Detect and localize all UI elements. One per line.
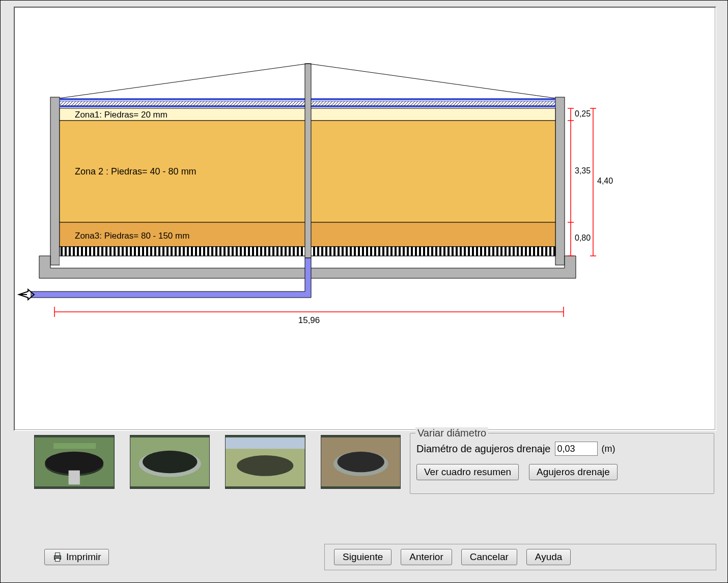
svg-point-47 <box>237 455 293 476</box>
help-button[interactable]: Ayuda <box>526 549 571 565</box>
filter-diagram: 15,96 0,25 <box>16 9 714 429</box>
panel-legend: Variar diámetro <box>415 427 488 439</box>
svg-point-55 <box>60 556 61 557</box>
dim-width: 15,96 <box>298 315 320 325</box>
dim-htotal: 4,40 <box>597 177 613 185</box>
svg-rect-0 <box>50 97 60 265</box>
summary-button[interactable]: Ver cuadro resumen <box>416 464 519 480</box>
svg-rect-1 <box>555 97 565 265</box>
diameter-input[interactable] <box>555 442 598 456</box>
thumb-4[interactable] <box>321 435 401 489</box>
svg-rect-42 <box>53 443 96 449</box>
svg-point-51 <box>337 452 384 473</box>
prev-button[interactable]: Anterior <box>401 549 452 565</box>
zone2-label: Zona 2 : Piedras= 40 - 80 mm <box>75 166 197 177</box>
next-button[interactable]: Siguiente <box>334 549 391 565</box>
dim-h1: 0,25 <box>575 109 591 118</box>
thumb-3[interactable] <box>225 435 305 489</box>
zone1-label: Zona1: Piedras= 20 mm <box>75 110 167 120</box>
svg-rect-21 <box>305 64 311 258</box>
app-window: 15,96 0,25 <box>0 0 728 583</box>
diagram-frame: 15,96 0,25 <box>14 7 716 431</box>
dim-h2: 3,35 <box>575 166 591 175</box>
diameter-label: Diamétro de agujeros drenaje <box>416 443 551 455</box>
printer-icon <box>52 551 63 563</box>
diameter-panel: Variar diámetro Diamétro de agujeros dre… <box>410 433 714 494</box>
nav-bar: Siguiente Anterior Cancelar Ayuda <box>324 544 716 570</box>
svg-line-23 <box>308 64 555 98</box>
print-button[interactable]: Imprimir <box>44 549 109 565</box>
svg-rect-53 <box>55 553 60 556</box>
svg-rect-54 <box>55 559 60 562</box>
svg-rect-48 <box>226 438 305 449</box>
svg-point-45 <box>143 451 197 473</box>
drain-holes-button[interactable]: Agujeros drenaje <box>529 464 618 480</box>
dim-h3: 0,80 <box>575 234 591 242</box>
svg-rect-2 <box>60 256 548 265</box>
svg-line-22 <box>60 64 308 98</box>
print-label: Imprimir <box>66 551 101 563</box>
diagram-inner: 15,96 0,25 <box>16 9 714 429</box>
thumbnail-row <box>34 435 401 490</box>
diameter-unit: (m) <box>602 444 615 454</box>
cancel-button[interactable]: Cancelar <box>461 549 517 565</box>
thumb-1[interactable] <box>34 435 115 489</box>
thumb-2[interactable] <box>130 435 210 489</box>
svg-rect-41 <box>69 471 80 485</box>
zone3-label: Zona3: Piedras= 80 - 150 mm <box>75 231 189 241</box>
